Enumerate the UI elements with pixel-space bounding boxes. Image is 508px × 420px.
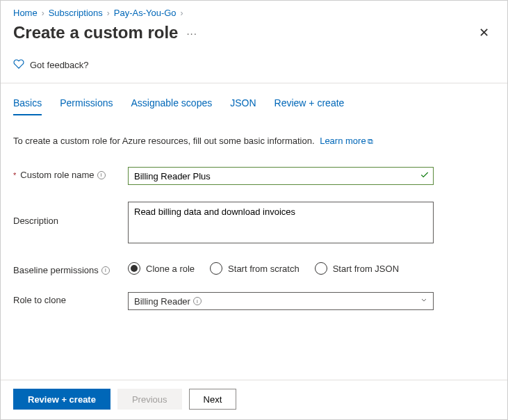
next-button[interactable]: Next xyxy=(189,389,237,410)
radio-icon xyxy=(210,262,222,275)
previous-button: Previous xyxy=(117,389,182,410)
intro-text: To create a custom role for Azure resour… xyxy=(13,136,315,146)
radio-clone-role[interactable]: Clone a role xyxy=(128,262,195,275)
info-icon[interactable]: i xyxy=(101,266,110,275)
chevron-right-icon: › xyxy=(181,8,183,18)
baseline-label: Baseline permissions xyxy=(13,265,99,275)
baseline-radio-group: Clone a role Start from scratch Start fr… xyxy=(128,262,434,275)
breadcrumb: Home › Subscriptions › Pay-As-You-Go › xyxy=(1,1,507,18)
chevron-right-icon: › xyxy=(107,8,110,18)
radio-icon xyxy=(315,262,327,275)
breadcrumb-home[interactable]: Home xyxy=(13,8,38,18)
radio-icon xyxy=(128,262,140,275)
close-icon[interactable]: ✕ xyxy=(473,22,495,43)
required-indicator: * xyxy=(13,171,16,179)
info-icon[interactable]: i xyxy=(193,297,202,305)
role-to-clone-select[interactable]: Billing Reader i xyxy=(128,292,434,310)
description-input[interactable] xyxy=(128,202,434,243)
tab-basics[interactable]: Basics xyxy=(13,97,42,115)
breadcrumb-payg[interactable]: Pay-As-You-Go xyxy=(114,8,177,18)
learn-more-link[interactable]: Learn more⧉ xyxy=(320,136,372,146)
tab-review-create[interactable]: Review + create xyxy=(275,97,345,115)
role-to-clone-label: Role to clone xyxy=(13,295,66,305)
heart-icon xyxy=(13,58,24,72)
tab-json[interactable]: JSON xyxy=(230,97,256,115)
custom-role-name-input[interactable] xyxy=(128,167,434,185)
footer: Review + create Previous Next xyxy=(1,380,507,419)
name-label: Custom role name xyxy=(20,170,94,180)
radio-start-scratch[interactable]: Start from scratch xyxy=(210,262,300,275)
breadcrumb-subscriptions[interactable]: Subscriptions xyxy=(49,8,103,18)
tab-assignable-scopes[interactable]: Assignable scopes xyxy=(131,97,212,115)
more-actions-icon[interactable]: ··· xyxy=(186,27,197,39)
external-link-icon: ⧉ xyxy=(368,137,373,145)
info-icon[interactable]: i xyxy=(97,171,106,179)
tabs: Basics Permissions Assignable scopes JSO… xyxy=(1,83,507,116)
review-create-button[interactable]: Review + create xyxy=(13,389,110,410)
page-title: Create a custom role xyxy=(13,23,178,42)
radio-start-json[interactable]: Start from JSON xyxy=(315,262,399,275)
description-label: Description xyxy=(13,216,58,226)
feedback-label: Got feedback? xyxy=(30,60,89,70)
chevron-right-icon: › xyxy=(42,8,44,18)
tab-permissions[interactable]: Permissions xyxy=(60,97,113,115)
check-icon xyxy=(420,170,429,182)
feedback-link[interactable]: Got feedback? xyxy=(1,51,507,83)
